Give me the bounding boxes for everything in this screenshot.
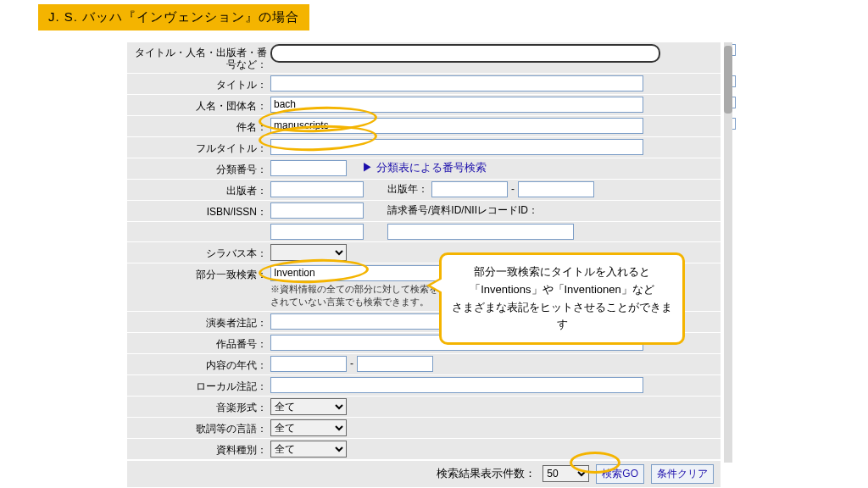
label-subject: 件名： bbox=[131, 118, 270, 135]
search-go-button[interactable]: 検索GO bbox=[596, 464, 644, 484]
title-input[interactable] bbox=[270, 75, 643, 92]
label-lang: 歌詞等の言語： bbox=[131, 419, 270, 436]
label-callno: 請求番号/資料ID/NIIレコードID： bbox=[387, 203, 538, 218]
label-results: 検索結果表示件数： bbox=[437, 466, 536, 481]
date-from-input[interactable] bbox=[270, 356, 347, 372]
label-pubyear: 出版年： bbox=[387, 182, 428, 197]
dash-2: - bbox=[350, 358, 353, 369]
date-to-input[interactable] bbox=[357, 356, 433, 372]
lyrics-lang-select[interactable]: 全て bbox=[270, 419, 347, 436]
isbn-input-2[interactable] bbox=[270, 224, 364, 240]
syllabus-select[interactable] bbox=[270, 244, 347, 261]
classification-link[interactable]: ▶ 分類表による番号検索 bbox=[362, 160, 487, 175]
pubyear-from-input[interactable] bbox=[431, 181, 508, 197]
annotation-title: J. S. バッハ『インヴェンション』の場合 bbox=[38, 4, 309, 30]
label-opus: 作品番号： bbox=[131, 335, 270, 352]
label-partial: 部分一致検索： bbox=[131, 265, 270, 282]
scrollbar-track[interactable] bbox=[724, 42, 732, 463]
label-date: 内容の年代： bbox=[131, 356, 270, 373]
label-syllabus: シラバス本： bbox=[131, 244, 270, 261]
classno-input[interactable] bbox=[270, 160, 347, 176]
annotation-callout: 部分一致検索にタイトルを入れると 「Inventions」や「Invention… bbox=[439, 252, 685, 345]
isbn-input[interactable] bbox=[270, 202, 364, 219]
label-performer: 演奏者注記： bbox=[131, 313, 270, 330]
label-publisher: 出版者： bbox=[131, 181, 270, 198]
label-name: 人名・団体名： bbox=[131, 97, 270, 114]
dash-1: - bbox=[511, 183, 515, 195]
keyword-input[interactable] bbox=[270, 44, 660, 63]
label-isbn: ISBN/ISSN： bbox=[131, 202, 270, 219]
label-form: 音楽形式： bbox=[131, 398, 270, 415]
material-type-select[interactable]: 全て bbox=[270, 441, 347, 458]
music-form-select[interactable]: 全て bbox=[270, 398, 347, 415]
fulltitle-input[interactable] bbox=[270, 139, 643, 155]
label-title: タイトル： bbox=[131, 75, 270, 92]
label-material: 資料種別： bbox=[131, 441, 270, 458]
subject-input[interactable]: manuscripts bbox=[270, 118, 643, 134]
callno-input[interactable] bbox=[387, 224, 574, 240]
label-fulltitle: フルタイトル： bbox=[131, 139, 270, 156]
label-classno: 分類番号： bbox=[131, 160, 270, 177]
name-input[interactable]: bach bbox=[270, 97, 643, 113]
publisher-input[interactable] bbox=[270, 181, 364, 197]
clear-button[interactable]: 条件クリア bbox=[651, 464, 714, 484]
scrollbar-thumb[interactable] bbox=[724, 46, 732, 114]
label-keyword: タイトル・人名・出版者・番号など： bbox=[131, 44, 270, 71]
pubyear-to-input[interactable] bbox=[518, 181, 594, 197]
localnote-input[interactable] bbox=[270, 377, 643, 393]
label-localnote: ローカル注記： bbox=[131, 377, 270, 394]
results-count-select[interactable]: 50 bbox=[542, 465, 589, 482]
